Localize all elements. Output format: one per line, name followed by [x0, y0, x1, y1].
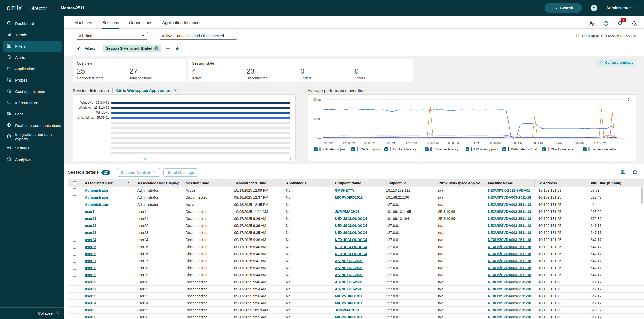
sidebar-item-applications[interactable]: Applications: [3, 64, 62, 74]
sidebar-item-logs[interactable]: Logs: [3, 109, 62, 119]
checkbox-checked-icon[interactable]: [425, 147, 429, 151]
dist-bar[interactable]: [111, 112, 290, 114]
sidebar-item-filters[interactable]: Filters: [3, 41, 62, 52]
cell-select[interactable]: [68, 201, 81, 208]
sidebar-item-real-time-communications[interactable]: Real-time communications: [3, 120, 62, 131]
associated-user-link[interactable]: user35: [85, 308, 96, 312]
row-checkbox[interactable]: [73, 245, 76, 249]
warning-icon[interactable]: [631, 20, 637, 26]
machine-name-link[interactable]: NEXUS\SVDA003-2511-18: [488, 231, 531, 235]
associated-user-link[interactable]: user29: [85, 273, 96, 277]
associated-user-link[interactable]: user22: [85, 224, 96, 228]
filter-chip-session-state[interactable]: Session State is not Ended ✕: [103, 45, 161, 52]
endpoint-name-link[interactable]: AK-NEXUS-2501: [335, 266, 363, 270]
sidebar-item-trends[interactable]: Trends: [3, 30, 62, 40]
row-checkbox[interactable]: [73, 210, 76, 213]
sort-ascending-icon[interactable]: [127, 181, 131, 185]
row-checkbox[interactable]: [73, 259, 76, 263]
user-menu[interactable]: Administrator: [606, 5, 637, 10]
tab-machines[interactable]: Machines: [74, 20, 92, 28]
legend-item-dc-latency-ms[interactable]: DC latency (ms): [466, 147, 498, 151]
add-filter-icon[interactable]: [165, 46, 171, 51]
cell-select[interactable]: [68, 194, 81, 201]
legend-item-ica-latency-ms[interactable]: ICA latency (ms): [314, 147, 346, 151]
header-select-all[interactable]: [68, 179, 81, 187]
cell-select[interactable]: [68, 222, 81, 229]
cell-select[interactable]: [68, 250, 81, 257]
cell-select[interactable]: [68, 243, 81, 250]
sidebar-item-integrations-and-data-exports[interactable]: Integrations and data exports: [3, 132, 62, 142]
choose-columns-icon[interactable]: [620, 169, 626, 176]
tab-connections[interactable]: Connections: [129, 20, 152, 28]
associated-user-link[interactable]: user36: [85, 315, 96, 319]
user-feedback-icon[interactable]: [589, 20, 595, 26]
sidebar-item-analytics[interactable]: Analytics: [3, 154, 62, 165]
sidebar-item-probes[interactable]: Probes: [3, 75, 62, 86]
cell-select[interactable]: [68, 229, 81, 236]
dist-bar[interactable]: [111, 102, 290, 104]
refresh-icon[interactable]: [603, 20, 609, 26]
endpoint-name-link[interactable]: NEXUSCLOUDCC4: [335, 217, 367, 221]
machine-name-link[interactable]: NEXUS\SK-2511-SVDA01: [488, 188, 530, 192]
row-checkbox[interactable]: [73, 287, 76, 291]
associated-user-link[interactable]: user21: [85, 217, 96, 221]
associated-user-link[interactable]: user33: [85, 294, 96, 298]
associated-user-link[interactable]: user24: [85, 238, 96, 242]
cell-select[interactable]: [68, 215, 81, 222]
session-control-button[interactable]: Session Control: [117, 168, 160, 177]
checkbox-checked-icon[interactable]: [583, 147, 587, 151]
endpoint-name-link[interactable]: NEXUSCLOUDCC4: [335, 224, 367, 228]
checkbox-checked-icon[interactable]: [466, 147, 469, 151]
endpoint-name-link[interactable]: GKSHETTY: [335, 188, 354, 192]
associated-user-link[interactable]: user34: [85, 301, 96, 305]
row-checkbox[interactable]: [73, 280, 76, 284]
cell-select[interactable]: [68, 208, 81, 215]
row-checkbox[interactable]: [73, 238, 76, 242]
dist-bar[interactable]: [111, 142, 290, 144]
machine-name-link[interactable]: NEXUS\SVDA003-2511-18: [488, 294, 531, 298]
cell-select[interactable]: [68, 300, 81, 306]
machine-name-link[interactable]: NEXUS\SVDA003-2511-18: [488, 266, 531, 270]
cell-select[interactable]: [68, 264, 81, 271]
cell-select[interactable]: [68, 236, 81, 243]
notifications-icon[interactable]: 2: [617, 20, 623, 26]
select-all-checkbox[interactable]: [73, 181, 76, 185]
associated-user-link[interactable]: user23: [85, 231, 96, 235]
machine-name-link[interactable]: NEXUS\SVDA003-2511-18: [488, 195, 531, 200]
associated-user-link[interactable]: user28: [85, 266, 96, 270]
time-range-dropdown[interactable]: All Time: [76, 32, 148, 40]
cell-select[interactable]: [68, 257, 81, 264]
cell-select[interactable]: [68, 307, 81, 313]
legend-item-client-side-retran[interactable]: Client side retran...: [542, 147, 578, 151]
checkbox-checked-icon[interactable]: [502, 147, 506, 151]
dist-bar[interactable]: [111, 137, 290, 139]
sidebar-collapse-button[interactable]: Collapse: [0, 307, 64, 319]
distribution-dimension-dropdown[interactable]: Citrix Workspace App version: [116, 88, 177, 93]
endpoint-name-link[interactable]: MICPVDIPD1011: [335, 195, 363, 200]
checkbox-checked-icon[interactable]: [384, 147, 388, 151]
machine-name-link[interactable]: NEXUS\SVDA003-2511-18: [488, 224, 531, 228]
row-checkbox[interactable]: [73, 294, 76, 298]
sidebar-item-cost-optimization[interactable]: Cost optimization: [3, 86, 62, 97]
legend-item-ica-rtt-ms[interactable]: ICA RTT (ms): [351, 147, 380, 151]
row-checkbox[interactable]: [73, 273, 76, 277]
machine-name-link[interactable]: NEXUS\SVDA003-2511-18: [488, 315, 531, 319]
row-checkbox[interactable]: [73, 231, 76, 234]
row-checkbox[interactable]: [73, 308, 76, 312]
machine-name-link[interactable]: NEXUS\SVDA003-2511-18: [488, 287, 531, 291]
remove-filter-icon[interactable]: ✕: [154, 46, 158, 50]
machine-name-link[interactable]: NEXUS\SVDA003-2511-18: [488, 203, 531, 207]
associated-user-link[interactable]: user27: [85, 259, 96, 263]
dist-bar[interactable]: [111, 152, 290, 154]
machine-name-link[interactable]: NEXUS\SVDA003-2511-18: [488, 273, 531, 277]
row-checkbox[interactable]: [73, 315, 76, 319]
endpoint-name-link[interactable]: MICPVDIPD1011: [335, 315, 363, 319]
machine-name-link[interactable]: NEXUS\SVDA003-2511-18: [488, 252, 531, 256]
machine-name-link[interactable]: NEXUS\SVDA003-2511-18: [488, 301, 531, 305]
associated-user-link[interactable]: Administrator: [85, 188, 108, 192]
endpoint-name-link[interactable]: AK-NEXUS-2501: [335, 287, 363, 291]
endpoint-name-link[interactable]: NEXUSCLOUDCC4: [335, 252, 367, 256]
endpoint-name-link[interactable]: AK-NEXUS-2501: [335, 259, 363, 263]
row-checkbox[interactable]: [73, 301, 76, 305]
endpoint-name-link[interactable]: NEXUSCLOUDCC4: [335, 238, 367, 242]
